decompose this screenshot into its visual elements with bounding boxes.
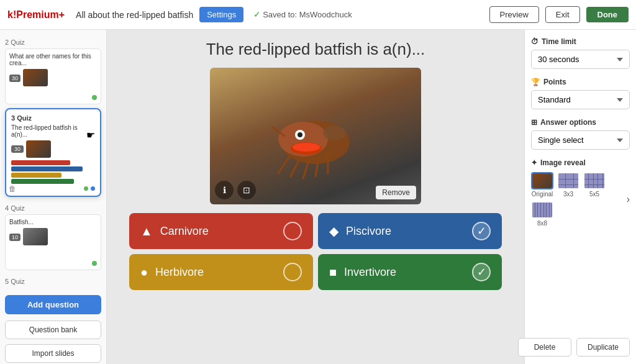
answer-tile-herbivore[interactable]: ● Herbivore [129,254,313,290]
cursor-icon: ☛ [86,129,95,141]
circle-icon: ● [140,265,148,280]
lesson-title: All about the red-lipped batfish [76,10,193,20]
reveal-next-arrow[interactable]: › [627,194,630,205]
sparkle-icon: ✦ [531,158,537,167]
image-overlay-icons: ℹ ⊡ [215,181,256,199]
sidebar: 2 Quiz What are other names for this cre… [0,30,107,364]
quiz4-card[interactable]: Batfish... 10 [5,214,101,270]
quiz4-dot [92,261,97,266]
answer-tile-invertivore[interactable]: ■ Invertivore ✓ [318,254,502,290]
add-question-button[interactable]: Add question [5,295,101,314]
reveal-5x5-wrap: 5x5 [583,172,606,198]
quiz3-thumbnail [26,140,51,158]
quiz3-label: 3 Quiz [11,114,95,122]
answer-options-section: ⊞ Answer options Single select Multi sel… [531,118,630,150]
crop-button[interactable]: ⊡ [237,181,256,199]
import-slides-button[interactable]: Import slides [5,344,101,363]
panel-bottom-buttons: Delete Duplicate [524,338,630,357]
center-content: The red-lipped batfish is a(n)... [107,30,524,364]
quiz5-label: 5 Quiz [5,278,101,285]
quiz4-text: Batfish... [9,219,97,225]
trash-icon[interactable]: 🗑 [9,184,16,193]
points-select[interactable]: Standard No points Double [531,90,630,109]
piscivore-check[interactable]: ✓ [472,222,491,240]
quiz2-dot [92,95,97,100]
quiz3-dots [11,186,95,191]
preview-button[interactable]: Preview [489,6,539,23]
time-limit-title: ⏱ Time limit [531,37,630,46]
bar3 [11,173,61,178]
reveal-options: Original 3x3 [531,172,624,227]
exit-button[interactable]: Exit [545,6,580,23]
info-button[interactable]: ℹ [215,181,234,199]
right-panel: ⏱ Time limit 30 seconds No limit 5 secon… [524,30,636,364]
question-image-wrap: ℹ ⊡ Remove [210,68,421,204]
topbar-actions: Preview Exit Done [489,6,629,23]
grid-icon: ⊞ [531,118,537,127]
reveal-5x5-thumb[interactable] [583,172,606,189]
invertivore-text: Invertivore [344,266,465,279]
reveal-original-thumb[interactable] [531,172,553,189]
question-title: The red-lipped batfish is a(n)... [206,40,425,59]
herbivore-text: Herbivore [155,266,276,279]
quiz2-label: 2 Quiz [5,39,101,46]
delete-button[interactable]: Delete [524,338,571,357]
reveal-8x8-wrap: 8x8 [531,201,553,227]
bar1 [11,160,70,165]
remove-image-button[interactable]: Remove [376,186,416,199]
svg-line-7 [291,158,300,176]
quiz2-card[interactable]: What are other names for this crea... 30 [5,48,101,104]
quiz2-thumbnail [23,69,48,86]
reveal-5x5-label: 5x5 [589,191,599,198]
points-title: 🏆 Points [531,78,630,86]
main-layout: 2 Quiz What are other names for this cre… [0,30,636,364]
reveal-3x3-thumb[interactable] [557,172,579,189]
points-icon: 🏆 [531,78,540,86]
quiz4-label: 4 Quiz [5,204,101,212]
question-bank-button[interactable]: Question bank [5,321,101,339]
diamond-icon: ◆ [329,224,338,239]
invertivore-check[interactable]: ✓ [472,263,491,281]
brand-logo: k!Premium+ [7,9,65,20]
check-icon: ✓ [253,10,260,19]
reveal-8x8-label: 8x8 [537,220,547,227]
time-limit-select[interactable]: 30 seconds No limit 5 seconds 10 seconds… [531,50,630,69]
settings-button[interactable]: Settings [199,7,243,22]
quiz4-timer: 10 [9,234,20,241]
herbivore-check[interactable] [283,263,302,281]
svg-line-6 [278,155,291,173]
quiz4-thumbnail [23,228,48,245]
carnivore-check[interactable] [283,222,302,240]
saved-text: Saved to: MsWoodchuck [263,10,352,19]
reveal-original-label: Original [532,191,553,198]
answer-tile-piscivore[interactable]: ◆ Piscivore ✓ [318,213,502,249]
sidebar-item-quiz3[interactable]: 3 Quiz The red-lipped batfish is a(n)...… [0,108,106,197]
clock-icon: ⏱ [531,37,538,46]
reveal-8x8-thumb[interactable] [531,201,553,219]
svg-point-3 [298,132,302,137]
dot1 [84,186,88,191]
quiz2-text: What are other names for this crea... [9,53,97,66]
sidebar-item-quiz2[interactable]: 2 Quiz What are other names for this cre… [0,35,106,108]
image-reveal-title: ✦ Image reveal [531,158,630,167]
reveal-3x3-wrap: 3x3 [557,172,579,198]
answers-grid: ▲ Carnivore ◆ Piscivore ✓ ● Herbivore ■ … [129,213,502,290]
saved-indicator: ✓ Saved to: MsWoodchuck [253,10,352,19]
bar4 [11,179,74,184]
sidebar-item-quiz4[interactable]: 4 Quiz Batfish... 10 [0,201,106,274]
svg-point-11 [323,125,345,140]
reveal-original-wrap: Original [531,172,553,198]
answer-tile-carnivore[interactable]: ▲ Carnivore [129,213,313,249]
answer-options-select[interactable]: Single select Multi select [531,130,630,150]
piscivore-text: Piscivore [346,225,465,238]
points-section: 🏆 Points Standard No points Double [531,78,630,109]
bar2 [11,166,83,171]
quiz3-card[interactable]: 3 Quiz The red-lipped batfish is a(n)...… [5,108,101,197]
reveal-options-row: Original 3x3 [531,172,630,227]
quiz3-timer: 30 [11,145,24,153]
sidebar-item-quiz5[interactable]: 5 Quiz [0,274,106,291]
time-limit-section: ⏱ Time limit 30 seconds No limit 5 secon… [531,37,630,69]
dot2 [91,186,95,191]
duplicate-button[interactable]: Duplicate [576,338,630,357]
done-button[interactable]: Done [586,7,629,22]
